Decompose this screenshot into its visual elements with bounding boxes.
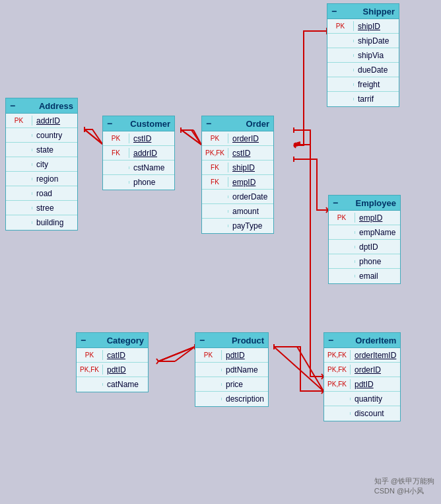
table-address-row-6: stree xyxy=(6,201,77,215)
table-shipper-field-4: freight xyxy=(354,79,384,90)
table-shipper-row-4: freight xyxy=(327,77,399,92)
table-order-field-0: orderID xyxy=(228,133,263,145)
table-address-key-2 xyxy=(6,149,32,151)
table-address-title: Address xyxy=(39,101,73,111)
table-order-key-5 xyxy=(202,210,228,213)
table-shipper-key-4 xyxy=(327,83,354,86)
table-shipper-field-1: shipDate xyxy=(354,35,393,47)
table-category: −CategoryPKcatIDPK,FKpdtIDcatName xyxy=(76,332,149,392)
table-address-row-5: road xyxy=(6,186,77,201)
table-order-row-2: FKshipID xyxy=(202,161,273,175)
table-employee-row-1: empName xyxy=(329,225,400,240)
table-order-field-4: orderDate xyxy=(228,191,271,203)
table-employee-key-0: PK xyxy=(329,213,355,223)
table-address-key-1 xyxy=(6,134,32,137)
table-customer-row-0: PKcstID xyxy=(103,131,174,146)
table-order-field-2: shipID xyxy=(228,162,259,174)
collapse-icon[interactable]: − xyxy=(107,118,112,129)
table-shipper-key-3 xyxy=(327,69,354,71)
table-orderitem-row-1: PK,FKorderID xyxy=(324,363,400,377)
table-orderitem-row-0: PK,FKorderItemID xyxy=(324,348,400,363)
table-employee-key-3 xyxy=(329,260,355,263)
collapse-icon[interactable]: − xyxy=(10,100,15,111)
table-order-field-3: empID xyxy=(228,176,259,188)
table-product-key-3 xyxy=(195,398,222,400)
watermark: 知乎 @铁甲万能狗CSDN @H小风 xyxy=(374,476,434,496)
collapse-icon[interactable]: − xyxy=(328,335,333,345)
table-shipper-row-2: shipVia xyxy=(327,48,399,63)
table-shipper-key-2 xyxy=(327,54,354,57)
table-order-row-4: orderDate xyxy=(202,190,273,204)
table-orderitem: −OrderItemPK,FKorderItemIDPK,FKorderIDPK… xyxy=(323,332,401,421)
table-order-key-2: FK xyxy=(202,162,228,172)
table-address-field-2: state xyxy=(32,144,57,156)
table-orderitem-key-0: PK,FK xyxy=(324,350,351,360)
table-product-row-2: price xyxy=(195,377,268,392)
table-address-key-4 xyxy=(6,178,32,180)
table-product-key-1 xyxy=(195,369,222,371)
table-customer-header: −Customer xyxy=(103,116,174,131)
table-address-key-0: PK xyxy=(6,116,32,126)
collapse-icon[interactable]: − xyxy=(333,198,338,208)
table-orderitem-key-3 xyxy=(324,398,351,400)
table-orderitem-row-2: PK,FKpdtID xyxy=(324,377,400,392)
table-employee-row-0: PKempID xyxy=(329,211,400,225)
table-product-row-0: PKpdtID xyxy=(195,348,268,363)
table-address-key-3 xyxy=(6,163,32,166)
table-customer-key-3 xyxy=(103,181,129,184)
table-shipper-header: −Shipper xyxy=(327,4,399,19)
table-orderitem-row-4: discount xyxy=(324,406,400,421)
table-employee-row-4: email xyxy=(329,269,400,283)
table-shipper-row-0: PKshipID xyxy=(327,19,399,34)
table-employee-header: −Employee xyxy=(329,196,400,211)
table-address-key-7 xyxy=(6,221,32,224)
table-category-header: −Category xyxy=(77,333,148,348)
table-category-row-1: PK,FKpdtID xyxy=(77,363,148,377)
table-customer-field-2: cstName xyxy=(129,162,168,174)
table-shipper-field-0: shipID xyxy=(354,20,384,32)
table-product-row-3: description xyxy=(195,392,268,406)
table-shipper-key-1 xyxy=(327,40,354,42)
table-orderitem-header: −OrderItem xyxy=(324,333,400,348)
collapse-icon[interactable]: − xyxy=(331,6,337,17)
table-address-field-0: addrID xyxy=(32,115,64,127)
table-employee-field-3: phone xyxy=(355,256,385,268)
table-employee-field-0: empID xyxy=(355,212,386,224)
table-category-row-2: catName xyxy=(77,377,148,392)
svg-line-2 xyxy=(294,143,300,145)
table-employee-title: Employee xyxy=(356,198,396,208)
collapse-icon[interactable]: − xyxy=(199,335,205,345)
table-category-field-0: catID xyxy=(103,349,129,361)
table-employee-row-2: dptID xyxy=(329,240,400,254)
table-order-key-6 xyxy=(202,225,228,227)
table-address-row-1: country xyxy=(6,128,77,143)
svg-line-5 xyxy=(193,130,201,145)
table-order-key-1: PK,FK xyxy=(202,148,228,158)
table-orderitem-title: OrderItem xyxy=(355,336,396,345)
table-address-row-7: building xyxy=(6,215,77,230)
table-shipper-title: Shipper xyxy=(363,7,395,17)
table-order-header: −Order xyxy=(202,116,273,131)
svg-line-0 xyxy=(85,129,102,144)
table-category-key-0: PK xyxy=(77,350,103,360)
table-category-field-2: catName xyxy=(103,378,143,390)
table-product-key-2 xyxy=(195,383,222,386)
table-address-row-3: city xyxy=(6,157,77,172)
table-customer-key-1: FK xyxy=(103,148,129,158)
table-order-row-0: PKorderID xyxy=(202,131,273,146)
table-employee-key-1 xyxy=(329,231,355,234)
table-category-row-0: PKcatID xyxy=(77,348,148,363)
table-product-header: −Product xyxy=(195,333,268,348)
table-category-field-1: pdtID xyxy=(103,364,130,376)
table-address-field-6: stree xyxy=(32,202,58,214)
table-order-key-3: FK xyxy=(202,177,228,187)
table-product-field-0: pdtID xyxy=(222,349,249,361)
table-shipper-field-3: dueDate xyxy=(354,64,391,76)
svg-line-3 xyxy=(294,145,300,147)
collapse-icon[interactable]: − xyxy=(81,335,86,345)
table-address-field-5: road xyxy=(32,188,56,199)
table-address-header: −Address xyxy=(6,98,77,114)
collapse-icon[interactable]: − xyxy=(206,118,211,129)
table-shipper-row-1: shipDate xyxy=(327,34,399,48)
table-customer-key-0: PK xyxy=(103,133,129,143)
